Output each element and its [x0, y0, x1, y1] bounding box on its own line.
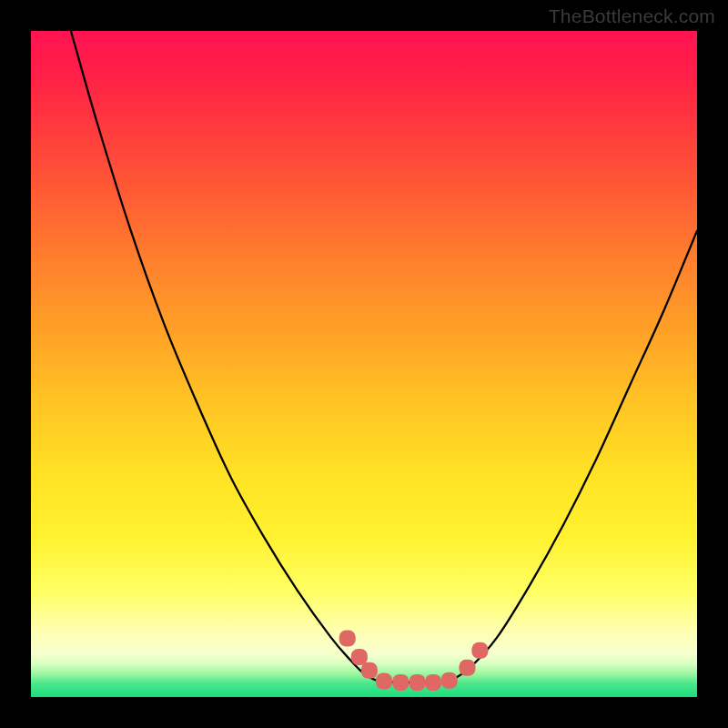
highlight-marker: [351, 649, 368, 665]
highlight-marker: [361, 662, 378, 679]
watermark-text: TheBottleneck.com: [549, 5, 715, 27]
highlight-marker: [459, 660, 475, 676]
right-curve: [450, 231, 697, 682]
highlight-marker: [471, 642, 488, 659]
highlight-marker: [392, 674, 409, 691]
chart-frame: TheBottleneck.com: [0, 0, 728, 728]
highlight-marker: [376, 672, 392, 689]
highlight-marker: [339, 631, 356, 647]
highlight-marker: [441, 672, 458, 689]
plot-area: [31, 31, 697, 697]
left-curve: [71, 31, 378, 681]
curve-layer: [31, 31, 697, 697]
highlight-markers: [339, 631, 489, 691]
highlight-marker: [425, 674, 441, 691]
highlight-marker: [410, 674, 426, 691]
